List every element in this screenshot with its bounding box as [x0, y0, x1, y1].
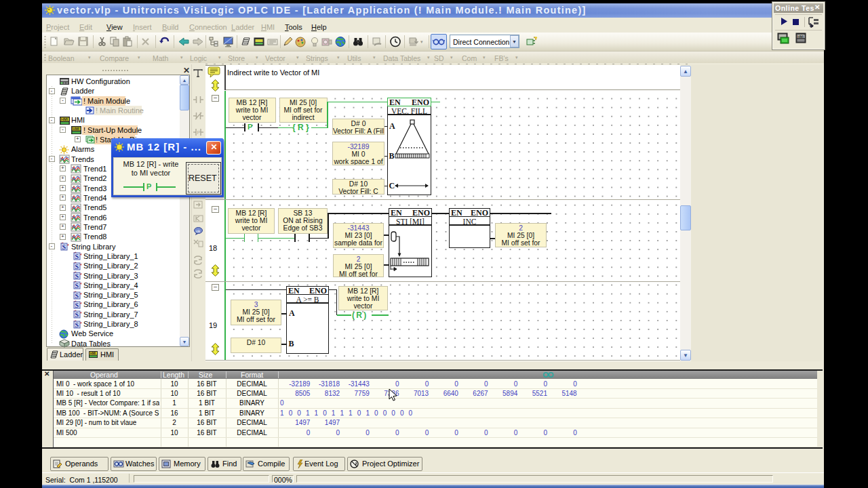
svg-text:S: S [75, 321, 79, 328]
svg-text:P: P [197, 129, 201, 136]
svg-text:S: S [75, 311, 79, 319]
svg-text:HMI: HMI [797, 35, 804, 39]
svg-text:ok: ok [196, 229, 201, 233]
svg-text:HMI: HMI [61, 117, 68, 121]
svg-text:S: S [75, 272, 79, 280]
svg-text:S: S [75, 301, 79, 308]
svg-text:S: S [75, 253, 79, 260]
svg-text:S: S [75, 282, 79, 289]
svg-text:S: S [75, 262, 79, 270]
svg-text:S: S [75, 291, 79, 299]
svg-text:S: S [62, 243, 66, 251]
svg-text:HMI: HMI [73, 127, 80, 131]
svg-text:HMI: HMI [90, 352, 96, 355]
